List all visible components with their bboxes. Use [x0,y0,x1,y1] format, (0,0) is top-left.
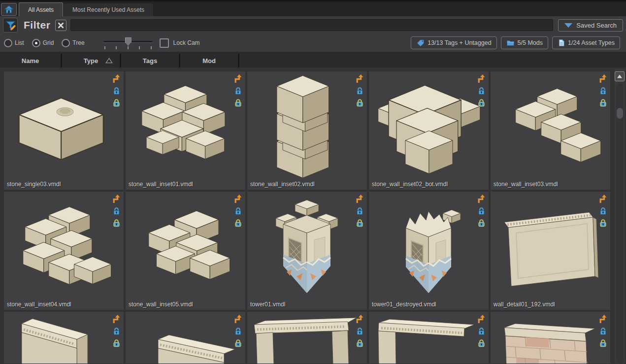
scroll-up-button[interactable] [615,71,625,81]
scrollbar-track[interactable] [616,83,624,364]
radio-icon [4,39,12,47]
view-options-bar: List Grid Tree Lock Cam 13/13 Tags + Unt… [0,34,626,54]
column-header-row: Name Type Tags Mod [0,54,626,67]
column-header-type[interactable]: Type [62,54,121,67]
search-input[interactable] [70,19,553,31]
lock-icon [112,327,121,335]
shortcut-arrow-icon[interactable] [598,74,608,83]
radio-checked-icon [32,39,40,47]
tab-most-recently-used[interactable]: Most Recently Used Assets [63,3,154,16]
shortcut-arrow-icon[interactable] [598,314,608,324]
clear-filter-button[interactable] [55,20,66,31]
asset-name: stone_wall_inset04.vmdl [4,299,124,310]
asset-tile[interactable] [247,312,367,364]
asset-thumbnail [491,192,610,299]
column-header-spacer [239,54,626,67]
list-label: List [15,39,24,46]
asset-browser-window: All Assets Most Recently Used Assets Fil… [0,0,626,364]
asset-tile[interactable]: wall_detail01_192.vmdl [491,192,610,310]
asset-thumbnail [126,71,245,179]
view-mode-list[interactable]: List [4,39,24,47]
asset-thumbnail [491,312,610,364]
column-header-name[interactable]: Name [0,54,62,67]
lock-cam-checkbox[interactable] [160,38,169,48]
asset-thumbnail [247,312,367,364]
view-mode-grid[interactable]: Grid [32,39,54,47]
tab-all-assets[interactable]: All Assets [19,2,63,16]
vertical-scrollbar[interactable] [615,68,625,364]
shortcut-arrow-icon[interactable] [355,74,364,83]
shortcut-arrow-icon[interactable] [233,194,243,203]
shortcut-arrow-icon[interactable] [233,74,243,83]
asset-tile[interactable]: stone_wall_inset01.vmdl [126,71,245,190]
asset-grid-area: stone_single03.vmdl [0,67,626,364]
home-button[interactable] [1,3,17,16]
asset-tile[interactable] [4,312,124,364]
asset-tile[interactable]: tower01.vmdl [247,192,367,310]
lock-icon [234,207,242,215]
asset-tile[interactable]: stone_wall_inset04.vmdl [4,192,124,310]
asset-types-filter-button[interactable]: 1/24 Asset Types [552,36,620,49]
shortcut-arrow-icon[interactable] [112,74,121,83]
slider-ticks [104,46,152,49]
thumbnail-size-slider[interactable] [103,36,153,49]
lock-outlined-icon [356,219,364,227]
lock-outlined-icon [599,99,607,107]
folder-icon [506,39,515,47]
lock-icon [477,207,486,215]
slider-thumb[interactable] [125,37,132,46]
filter-title: Filter [24,19,50,31]
lock-outlined-icon [477,219,486,227]
shortcut-arrow-icon[interactable] [477,74,486,83]
filter-funnel-button[interactable] [3,18,18,33]
asset-name: stone_single03.vmdl [4,179,124,190]
shortcut-arrow-icon[interactable] [355,194,364,203]
scrollbar-thumb[interactable] [617,108,623,119]
shortcut-arrow-icon[interactable] [112,314,121,324]
tags-filter-button[interactable]: 13/13 Tags + Untagged [411,36,496,49]
lock-icon [234,327,242,335]
asset-tile[interactable]: stone_wall_inset02_bot.vmdl [369,71,489,190]
lock-icon [599,87,607,95]
asset-thumbnail [4,312,124,364]
saved-search-button[interactable]: Saved Search [558,19,623,32]
asset-tile[interactable]: stone_single03.vmdl [4,71,124,190]
shortcut-arrow-icon[interactable] [477,194,486,203]
triangle-up-icon [617,74,623,79]
asset-name: stone_wall_inset05.vmdl [126,299,245,310]
lock-outlined-icon [112,99,121,107]
column-header-mod[interactable]: Mod [180,54,239,67]
shortcut-arrow-icon[interactable] [112,194,121,203]
lock-icon [234,87,242,95]
asset-name: stone_wall_inset02.vmdl [247,179,367,190]
lock-outlined-icon [477,99,486,107]
mods-filter-button[interactable]: 5/5 Mods [501,36,548,49]
asset-tile[interactable] [126,312,245,364]
lock-icon [477,327,486,335]
asset-tile[interactable]: stone_wall_inset03.vmdl [491,71,610,190]
asset-types-button-label: 1/24 Asset Types [568,39,615,46]
shortcut-arrow-icon[interactable] [598,194,608,203]
lock-icon [356,87,364,95]
column-header-tags[interactable]: Tags [121,54,180,67]
lock-outlined-icon [112,219,121,227]
shortcut-arrow-icon[interactable] [477,314,486,324]
saved-search-label: Saved Search [576,22,617,29]
lock-icon [477,87,486,95]
asset-grid: stone_single03.vmdl [4,71,610,364]
lock-outlined-icon [356,339,364,347]
shortcut-arrow-icon[interactable] [233,314,243,324]
lock-icon [356,207,364,215]
asset-tile[interactable]: stone_wall_inset02.vmdl [247,71,367,190]
asset-tile[interactable] [369,312,489,364]
asset-name: tower01.vmdl [247,299,367,310]
lock-outlined-icon [112,339,121,347]
asset-tile[interactable]: tower01_destroyed.vmdl [369,192,489,310]
asset-tile[interactable] [491,312,610,364]
asset-tile[interactable]: stone_wall_inset05.vmdl [126,192,245,310]
view-mode-tree[interactable]: Tree [62,39,84,47]
tree-label: Tree [72,39,84,46]
asset-thumbnail [247,71,367,179]
lock-icon [112,207,121,215]
shortcut-arrow-icon[interactable] [355,314,364,324]
